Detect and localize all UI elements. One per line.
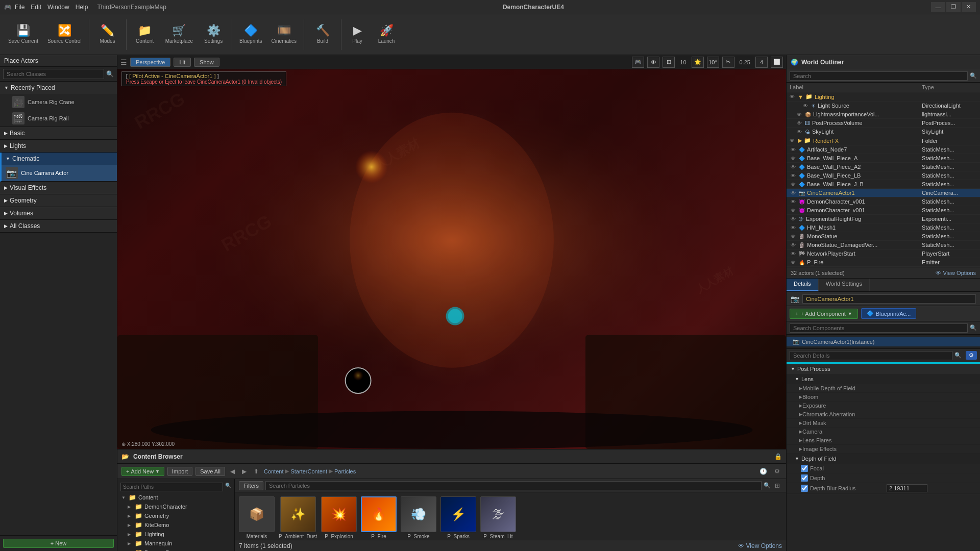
lock-icon[interactable]: 🔒 xyxy=(774,453,782,460)
viewport-ctrl-icon3[interactable]: ⊞ xyxy=(663,57,675,68)
all-classes-header[interactable]: ▶ All Classes xyxy=(0,220,117,232)
content-view-icon[interactable]: ⊞ xyxy=(773,482,782,489)
cb-back-icon[interactable]: ◀ xyxy=(228,468,237,475)
source-control-button[interactable]: 🔀 Source Control xyxy=(43,17,86,53)
label-column-header[interactable]: Label xyxy=(787,83,919,92)
cinematic-header[interactable]: ▼ Cinematic xyxy=(2,153,117,165)
eye-icon[interactable]: 👁 xyxy=(791,156,796,161)
viewport-ctrl-icon4[interactable]: 🌟 xyxy=(692,57,704,68)
eye-icon[interactable]: 👁 xyxy=(791,208,796,213)
tree-content-item[interactable]: ▼ 📁 Content xyxy=(117,493,234,502)
bloom-row[interactable]: ▶ Bloom xyxy=(787,393,980,402)
tree-lighting-item[interactable]: ▶ 📁 Lighting xyxy=(117,530,234,539)
eye-icon[interactable]: 👁 xyxy=(791,225,796,231)
add-component-button[interactable]: + + Add Component ▼ xyxy=(790,309,858,319)
ambient-dust-item[interactable]: ✨ P_Ambient_Dust xyxy=(279,496,317,539)
recently-placed-header[interactable]: ▼ Recently Placed xyxy=(0,82,117,94)
focal-row[interactable]: Focal xyxy=(787,464,980,473)
save-current-button[interactable]: 💾 Save Current xyxy=(4,17,42,53)
viewport-ctrl-icon2[interactable]: 👁 xyxy=(647,57,659,68)
eye-icon[interactable]: 👁 xyxy=(791,242,796,248)
lens-flares-row[interactable]: ▶ Lens Flares xyxy=(787,436,980,445)
tree-paragonprops-item[interactable]: ▶ 📁 ParagonProps xyxy=(117,548,234,551)
import-button[interactable]: Import xyxy=(167,467,192,476)
app-menu-edit[interactable]: Edit xyxy=(28,4,44,11)
table-row[interactable]: 👁 🔥 P_Fire Emitter xyxy=(787,258,980,267)
cine-camera-actor-item[interactable]: 📷 Cine Camera Actor xyxy=(2,165,117,181)
show-button[interactable]: Show xyxy=(194,58,219,67)
table-row[interactable]: 👁 ☀ Light Source DirectionalLight xyxy=(787,102,980,110)
eye-icon[interactable]: 👁 xyxy=(797,120,802,126)
eye-icon[interactable]: 👁 xyxy=(791,164,796,170)
explosion-item[interactable]: 💥 P_Explosion xyxy=(321,496,357,539)
component-instance-item[interactable]: 📷 CineCameraActor1(Instance) xyxy=(787,337,980,346)
tree-geometry-item[interactable]: ▶ 📁 Geometry xyxy=(117,511,234,520)
marketplace-button[interactable]: 🛒 Marketplace xyxy=(161,17,197,53)
lit-button[interactable]: Lit xyxy=(174,58,191,67)
table-row[interactable]: 👁 🗿 MonoStatue_DamagedVer... StaticMesh.… xyxy=(787,241,980,249)
depth-blur-value-input[interactable] xyxy=(887,484,927,492)
eye-icon[interactable]: 👁 xyxy=(791,190,796,196)
table-row[interactable]: 👁 🔷 Base_Wall_Piece_A StaticMesh... xyxy=(787,154,980,163)
table-row[interactable]: 👁 🎞 PostProcessVolume PostProces... xyxy=(787,119,980,128)
cb-view-options-btn[interactable]: 👁 View Options xyxy=(738,542,782,549)
cinematics-button[interactable]: 🎞️ Cinematics xyxy=(267,17,301,53)
new-button[interactable]: + New xyxy=(3,539,114,548)
viewport-ctrl-icon6[interactable]: ✂ xyxy=(722,57,734,68)
tree-demoncharacter-item[interactable]: ▶ 📁 DemonCharacter xyxy=(117,502,234,511)
camera-row[interactable]: ▶ Camera xyxy=(787,428,980,436)
eye-icon[interactable]: 👁 xyxy=(791,216,796,222)
save-all-button[interactable]: Save All xyxy=(195,467,225,476)
table-row[interactable]: 👁 🔷 Base_Wall_Piece_LB StaticMesh... xyxy=(787,171,980,180)
mobile-dof-row[interactable]: ▶ Mobile Depth of Field xyxy=(787,384,980,393)
filters-button[interactable]: Filters xyxy=(239,481,263,490)
eye-icon[interactable]: 👁 xyxy=(791,147,796,153)
tree-mannequin-item[interactable]: ▶ 📁 Mannequin xyxy=(117,539,234,548)
eye-icon[interactable]: 👁 xyxy=(791,251,796,257)
depth-checkbox[interactable] xyxy=(801,474,808,482)
smoke-item[interactable]: 💨 P_Smoke xyxy=(401,496,436,539)
materials-item[interactable]: 📦 Materials xyxy=(239,496,275,539)
maximize-button[interactable]: ❐ xyxy=(946,2,961,12)
depth-row[interactable]: Depth xyxy=(787,473,980,483)
app-menu-window[interactable]: Window xyxy=(44,4,72,11)
component-search-input[interactable] xyxy=(790,323,968,333)
tree-kitedemo-item[interactable]: ▶ 📁 KiteDemo xyxy=(117,520,234,530)
steam-item[interactable]: 🌫 P_Steam_Lit xyxy=(480,496,516,539)
actor-name-input[interactable] xyxy=(802,294,976,304)
tab-details[interactable]: Details xyxy=(787,279,819,291)
table-row[interactable]: 👁 🔷 Base_Wall_Piece_A2 StaticMesh... xyxy=(787,163,980,171)
content-button[interactable]: 📁 Content xyxy=(130,17,160,53)
exposure-row[interactable]: ▶ Exposure xyxy=(787,402,980,410)
cb-up-icon[interactable]: ⬆ xyxy=(252,468,261,475)
breadcrumb-particles[interactable]: Particles xyxy=(334,468,356,474)
outliner-search-input[interactable] xyxy=(790,71,968,81)
image-effects-row[interactable]: ▶ Image Effects xyxy=(787,445,980,454)
table-row[interactable]: 👁 🗿 MonoStatue StaticMesh... xyxy=(787,232,980,241)
eye-icon[interactable]: 👁 xyxy=(791,199,796,205)
dof-header[interactable]: ▼ Depth of Field xyxy=(787,454,980,464)
visual-effects-header[interactable]: ▶ Visual Effects xyxy=(0,182,117,194)
dirt-mask-row[interactable]: ▶ Dirt Mask xyxy=(787,419,980,428)
depth-blur-checkbox[interactable] xyxy=(801,485,808,492)
close-button[interactable]: ✕ xyxy=(962,2,976,12)
maximize-icon[interactable]: ⬜ xyxy=(771,57,783,68)
table-row[interactable]: 👁 📦 LightmassImportanceVol... lightmassi… xyxy=(787,110,980,119)
build-button[interactable]: 🔨 Build xyxy=(307,17,338,53)
eye-icon[interactable]: 👁 xyxy=(790,138,795,143)
table-row[interactable]: 👁 👿 DemonCharacter_v001 StaticMesh... xyxy=(787,206,980,215)
table-row[interactable]: 👁 🔷 Base_Wall_Piece_J_B StaticMesh... xyxy=(787,180,980,189)
blueprints-button[interactable]: 🔷 Blueprints xyxy=(235,17,266,53)
play-button[interactable]: ▶ Play xyxy=(345,17,370,53)
geometry-header[interactable]: ▶ Geometry xyxy=(0,194,117,207)
eye-icon[interactable]: 👁 xyxy=(797,129,802,135)
fire-item[interactable]: 🔥 P_Fire xyxy=(361,496,397,539)
depth-blur-row[interactable]: Depth Blur Radius xyxy=(787,483,980,494)
table-row[interactable]: 👁 📷 CineCameraActor1 CineCamera... xyxy=(787,189,980,197)
tab-world-settings[interactable]: World Settings xyxy=(819,279,870,291)
details-options-button[interactable]: ⚙ xyxy=(966,351,977,360)
table-row[interactable]: 👁 🌤 SkyLight SkyLight xyxy=(787,128,980,136)
table-row[interactable]: 👁 🔷 HM_Mesh1 StaticMesh... xyxy=(787,223,980,232)
perspective-button[interactable]: Perspective xyxy=(130,58,170,67)
table-row[interactable]: 👁 🏁 NetworkPlayerStart PlayerStart xyxy=(787,249,980,258)
